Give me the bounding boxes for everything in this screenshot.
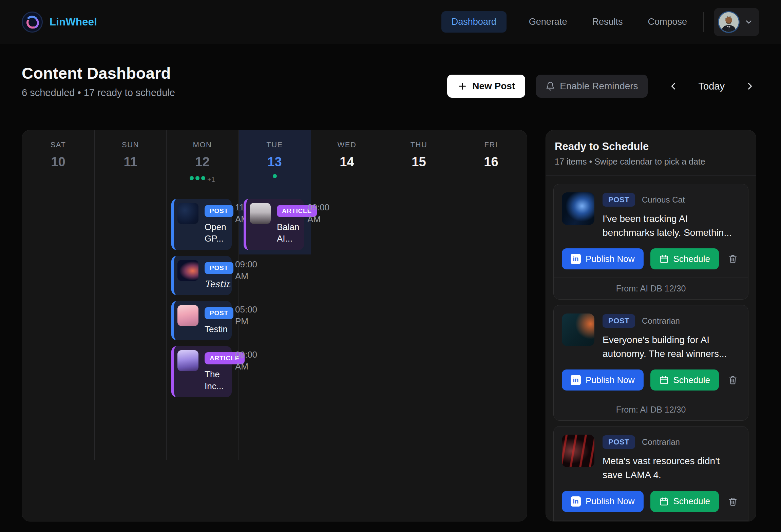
linwheel-logo-icon: [22, 12, 43, 33]
schedule-button[interactable]: Schedule: [650, 369, 719, 391]
event-title: Open GP...: [205, 221, 229, 245]
day-header-sun[interactable]: SUN 11: [94, 130, 167, 190]
nav-item-results[interactable]: Results: [589, 11, 625, 33]
event-title: Testin: [205, 323, 230, 335]
day-name: THU: [383, 140, 455, 149]
event-card-post[interactable]: POST Testin: [171, 256, 232, 295]
card-source: From: AI Daily Brief 12/28: [554, 520, 748, 521]
post-badge: POST: [205, 307, 233, 319]
nav-item-compose[interactable]: Compose: [645, 11, 690, 33]
post-badge: POST: [603, 314, 635, 328]
event-card-article[interactable]: ARTICLE Balan AI...: [244, 199, 304, 250]
day-date: 14: [311, 155, 383, 169]
ready-card: POST Contrarian Meta's vast resources di…: [553, 426, 748, 521]
ready-card: POST Curious Cat I've been tracking AI b…: [553, 184, 748, 300]
day-date: 13: [239, 155, 311, 169]
chevron-down-icon: [744, 18, 753, 26]
event-card-post[interactable]: POST Open GP...: [171, 199, 232, 250]
publish-now-button[interactable]: in Publish Now: [562, 491, 644, 512]
day-header-mon[interactable]: MON 12 +1: [166, 130, 239, 190]
day-header-fri[interactable]: FRI 16: [455, 130, 527, 190]
event-dot: [195, 176, 199, 180]
day-header-wed[interactable]: WED 14: [311, 130, 383, 190]
page-header: Content Dashboard 6 scheduled • 17 ready…: [22, 64, 175, 98]
day-header-tue-selected[interactable]: TUE 13: [239, 130, 311, 190]
day-date: 16: [455, 155, 527, 169]
ready-to-schedule-panel: Ready to Schedule 17 items • Swipe calen…: [546, 130, 756, 521]
card-title: I've been tracking AI benchmarks lately.…: [603, 212, 740, 240]
sidebar-header: Ready to Schedule 17 items • Swipe calen…: [546, 130, 756, 175]
event-card-article[interactable]: ARTICLE The Inc...: [171, 346, 232, 397]
event-dot: [190, 176, 194, 180]
event-thumbnail: [250, 203, 271, 224]
day-name: SAT: [22, 140, 94, 149]
scheduled-dots: [239, 174, 311, 178]
persona-label: Contrarian: [642, 316, 680, 326]
page-subtitle: 6 scheduled • 17 ready to schedule: [22, 87, 175, 98]
card-thumbnail: [562, 314, 594, 346]
schedule-button[interactable]: Schedule: [650, 491, 719, 512]
app-window: LinWheel Dashboard Generate Results Comp…: [0, 0, 781, 532]
enable-reminders-button[interactable]: Enable Reminders: [536, 75, 647, 98]
event-dot: [201, 176, 205, 180]
brand-logo-link[interactable]: LinWheel: [22, 12, 97, 33]
day-date: 15: [383, 155, 455, 169]
publish-now-button[interactable]: in Publish Now: [562, 369, 644, 391]
delete-button[interactable]: [728, 496, 738, 507]
new-post-button[interactable]: New Post: [447, 75, 525, 98]
sidebar-subtitle: 17 items • Swipe calendar to pick a date: [555, 157, 747, 167]
card-thumbnail: [562, 192, 594, 225]
publish-now-label: Publish Now: [586, 254, 635, 264]
card-title: Meta's vast resources didn't save LAMA 4…: [603, 454, 740, 482]
schedule-label: Schedule: [673, 254, 710, 264]
publish-now-label: Publish Now: [586, 496, 635, 507]
prev-week-button[interactable]: [664, 77, 683, 96]
day-name: MON: [166, 140, 239, 149]
sidebar-title: Ready to Schedule: [555, 140, 747, 153]
day-column-mon: POST Open GP... 11:30 AM POST Testin 09:…: [166, 190, 239, 454]
day-header-thu[interactable]: THU 15: [383, 130, 455, 190]
delete-button[interactable]: [728, 375, 738, 385]
delete-button[interactable]: [728, 254, 738, 264]
day-date: 12: [166, 155, 239, 169]
top-nav: LinWheel Dashboard Generate Results Comp…: [0, 0, 781, 44]
event-row: POST Open GP... 11:30 AM: [171, 199, 239, 250]
today-button[interactable]: Today: [686, 81, 737, 92]
avatar: [718, 11, 740, 33]
nav-item-dashboard[interactable]: Dashboard: [441, 11, 507, 33]
scheduled-dots: +1: [166, 174, 239, 182]
event-title: Testin: [205, 278, 230, 290]
event-title: Balan AI...: [277, 221, 301, 245]
event-card-post[interactable]: POST Testin: [171, 301, 232, 340]
persona-label: Curious Cat: [642, 195, 685, 205]
event-thumbnail: [177, 203, 198, 224]
enable-reminders-label: Enable Reminders: [560, 81, 638, 92]
calendar-icon: [659, 254, 669, 264]
persona-label: Contrarian: [642, 437, 680, 447]
schedule-label: Schedule: [673, 496, 710, 507]
user-menu-button[interactable]: [714, 8, 759, 36]
event-row: POST Testin 05:00 PM: [171, 301, 239, 340]
next-week-button[interactable]: [740, 77, 759, 96]
schedule-label: Schedule: [673, 375, 710, 385]
event-title: The Inc...: [205, 368, 229, 392]
day-date: 11: [94, 155, 167, 169]
more-events-count: +1: [207, 176, 215, 184]
nav-item-generate[interactable]: Generate: [526, 11, 570, 33]
linkedin-icon: in: [571, 496, 581, 507]
calendar-panel: SAT 10 SUN 11 MON 12 +1 TUE 13 WED: [22, 130, 527, 521]
day-column-tue: ARTICLE Balan AI... 09:00 AM: [239, 190, 311, 454]
post-badge: POST: [205, 205, 233, 217]
post-badge: POST: [603, 193, 635, 207]
schedule-button[interactable]: Schedule: [650, 248, 719, 269]
publish-now-label: Publish Now: [586, 375, 635, 385]
event-thumbnail: [177, 305, 198, 326]
event-row: ARTICLE The Inc... 09:00 AM: [171, 346, 239, 397]
day-header-sat[interactable]: SAT 10: [22, 130, 94, 190]
event-dot: [273, 174, 277, 178]
publish-now-button[interactable]: in Publish Now: [562, 248, 644, 269]
day-date: 10: [22, 155, 94, 169]
ready-cards-list: POST Curious Cat I've been tracking AI b…: [546, 176, 756, 521]
linkedin-icon: in: [571, 254, 581, 264]
day-name: SUN: [94, 140, 167, 149]
